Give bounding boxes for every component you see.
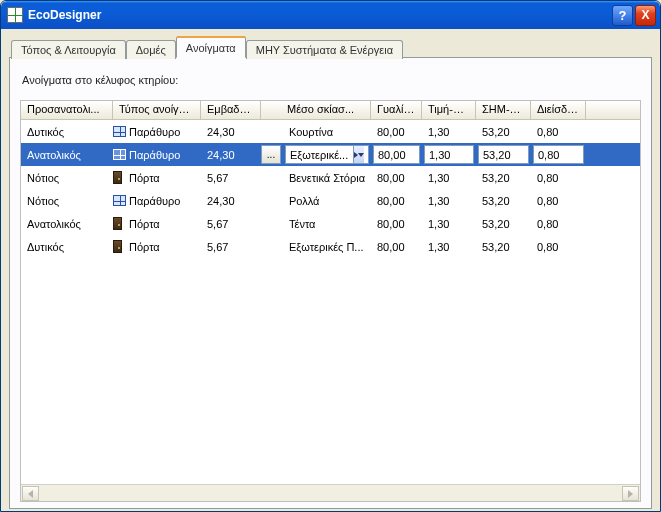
table-row[interactable]: ΔυτικόςΠαράθυρο24,30Κουρτίνα80,001,3053,… — [21, 120, 640, 143]
table-row[interactable]: ΑνατολικόςΠαράθυρο24,30...Εξωτερικέ...80… — [21, 143, 640, 166]
ellipsis-button[interactable]: ... — [261, 145, 281, 164]
client-area: Τόπος & Λειτουργία Δομές Ανοίγματα MHY Σ… — [1, 29, 660, 511]
shading-dropdown[interactable]: Εξωτερικέ... — [285, 145, 369, 164]
table-row[interactable]: ΝότιοςΠαράθυρο24,30Ρολλά80,001,3053,200,… — [21, 189, 640, 212]
cell-opening-type: Πόρτα — [127, 212, 201, 235]
cell-orientation: Δυτικός — [21, 120, 113, 143]
cell-shmts: 53,20 — [476, 189, 531, 212]
col-glass[interactable]: Γυαλί % — [371, 101, 422, 120]
col-padding — [586, 101, 640, 120]
window-title: EcoDesigner — [28, 8, 612, 22]
chevron-right-icon[interactable] — [353, 146, 364, 163]
cell-glass: 80,00 — [371, 235, 422, 258]
col-u-value[interactable]: Τιμή-U[... — [422, 101, 476, 120]
table-row[interactable]: ΔυτικόςΠόρτα5,67Εξωτερικές Π...80,001,30… — [21, 235, 640, 258]
cell-infiltration: 0,80 — [531, 212, 586, 235]
cell-infiltration: 0,80 — [531, 166, 586, 189]
door-icon — [113, 217, 122, 230]
cell-shading: Κουρτίνα — [283, 120, 371, 143]
cell-orientation: Ανατολικός — [21, 143, 113, 166]
cell-shading: Τέντα — [283, 212, 371, 235]
cell-area: 5,67 — [201, 235, 261, 258]
cell-type-icon — [113, 143, 127, 166]
cell-u-value: 1,30 — [422, 235, 476, 258]
cell-infiltration: 0,80 — [531, 120, 586, 143]
window-icon — [113, 149, 126, 160]
cell-area: 5,67 — [201, 166, 261, 189]
titlebar-buttons: ? X — [612, 5, 656, 26]
cell-shading[interactable]: Εξωτερικέ... — [283, 143, 371, 166]
app-icon — [7, 7, 23, 23]
tab-openings[interactable]: Ανοίγματα — [176, 36, 246, 58]
cell-opening-type: Παράθυρο — [127, 143, 201, 166]
numeric-input[interactable]: 1,30 — [424, 145, 474, 164]
cell-opening-type: Παράθυρο — [127, 120, 201, 143]
cell-u-value: 1,30 — [422, 166, 476, 189]
cell-u-value: 1,30 — [422, 189, 476, 212]
cell-area: 24,30 — [201, 143, 261, 166]
col-opening-type[interactable]: Τύπος ανοίγμ... — [113, 101, 201, 120]
numeric-input[interactable]: 53,20 — [478, 145, 529, 164]
col-shmts[interactable]: ΣΗΜ-TS... — [476, 101, 531, 120]
cell-opening-type: Παράθυρο — [127, 189, 201, 212]
col-infiltration[interactable]: Διείσδυσ... — [531, 101, 586, 120]
col-orientation[interactable]: Προσανατολι... — [21, 101, 113, 120]
cell-type-icon — [113, 212, 127, 235]
numeric-input[interactable]: 0,80 — [533, 145, 584, 164]
cell-infiltration: 0,80 — [531, 235, 586, 258]
table-body: ΔυτικόςΠαράθυρο24,30Κουρτίνα80,001,3053,… — [21, 120, 640, 484]
door-icon — [113, 240, 122, 253]
cell-edit-button[interactable]: ... — [261, 143, 283, 166]
cell-u-value[interactable]: 1,30 — [422, 143, 476, 166]
col-shading[interactable]: Μέσο σκίασ... — [283, 101, 371, 120]
tab-panel-openings: Ανοίγματα στο κέλυφος κτηρίου: Προσανατο… — [9, 57, 652, 509]
cell-opening-type: Πόρτα — [127, 235, 201, 258]
numeric-input[interactable]: 80,00 — [373, 145, 420, 164]
cell-shmts[interactable]: 53,20 — [476, 143, 531, 166]
cell-infiltration[interactable]: 0,80 — [531, 143, 586, 166]
cell-shmts: 53,20 — [476, 166, 531, 189]
cell-shading: Βενετικά Στόρια — [283, 166, 371, 189]
cell-shmts: 53,20 — [476, 120, 531, 143]
table-row[interactable]: ΑνατολικόςΠόρτα5,67Τέντα80,001,3053,200,… — [21, 212, 640, 235]
cell-edit-button — [261, 212, 283, 235]
door-icon — [113, 171, 122, 184]
cell-type-icon — [113, 189, 127, 212]
cell-area: 24,30 — [201, 189, 261, 212]
cell-glass: 80,00 — [371, 189, 422, 212]
help-button[interactable]: ? — [612, 5, 633, 26]
scroll-right-button[interactable] — [622, 486, 639, 501]
close-button[interactable]: X — [635, 5, 656, 26]
tab-location[interactable]: Τόπος & Λειτουργία — [11, 40, 126, 59]
cell-shading: Εξωτερικές Π... — [283, 235, 371, 258]
table-row[interactable]: ΝότιοςΠόρτα5,67Βενετικά Στόρια80,001,305… — [21, 166, 640, 189]
cell-glass: 80,00 — [371, 212, 422, 235]
openings-table: Προσανατολι... Τύπος ανοίγμ... Εμβαδόν..… — [20, 100, 641, 502]
cell-orientation: Δυτικός — [21, 235, 113, 258]
titlebar[interactable]: EcoDesigner ? X — [1, 1, 660, 29]
cell-type-icon — [113, 166, 127, 189]
window-icon — [113, 126, 126, 137]
tabstrip: Τόπος & Λειτουργία Δομές Ανοίγματα MHY Σ… — [9, 37, 652, 58]
window-icon — [113, 195, 126, 206]
tab-structures[interactable]: Δομές — [126, 40, 176, 59]
cell-glass[interactable]: 80,00 — [371, 143, 422, 166]
cell-glass: 80,00 — [371, 166, 422, 189]
cell-edit-button — [261, 120, 283, 143]
panel-heading: Ανοίγματα στο κέλυφος κτηρίου: — [22, 74, 639, 86]
window-frame: EcoDesigner ? X Τόπος & Λειτουργία Δομές… — [0, 0, 661, 512]
col-area[interactable]: Εμβαδόν... — [201, 101, 261, 120]
col-spacer — [261, 101, 283, 120]
cell-type-icon — [113, 120, 127, 143]
tab-mhy-energy[interactable]: MHY Συστήματα & Ενέργεια — [246, 40, 403, 59]
cell-u-value: 1,30 — [422, 212, 476, 235]
scroll-left-button[interactable] — [22, 486, 39, 501]
cell-type-icon — [113, 235, 127, 258]
cell-edit-button — [261, 166, 283, 189]
cell-u-value: 1,30 — [422, 120, 476, 143]
cell-orientation: Νότιος — [21, 166, 113, 189]
cell-infiltration: 0,80 — [531, 189, 586, 212]
horizontal-scrollbar[interactable] — [21, 484, 640, 501]
cell-shmts: 53,20 — [476, 235, 531, 258]
table-header: Προσανατολι... Τύπος ανοίγμ... Εμβαδόν..… — [21, 101, 640, 120]
